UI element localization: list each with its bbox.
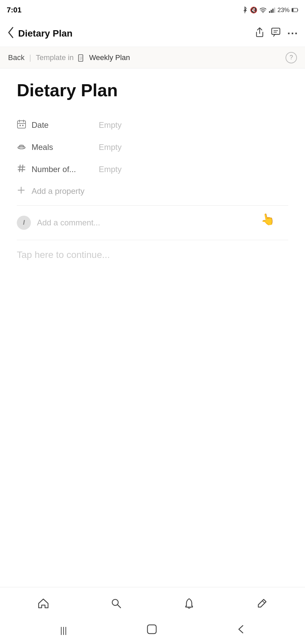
top-nav-bar: Dietary Plan ··· <box>0 20 305 47</box>
bluetooth-icon <box>242 6 248 14</box>
recents-button[interactable]: ||| <box>60 625 67 636</box>
share-icon[interactable] <box>255 27 264 40</box>
avatar-letter: I <box>23 219 25 226</box>
svg-line-33 <box>118 605 121 608</box>
svg-rect-5 <box>274 8 275 13</box>
properties-section: Date Empty Meals Empty <box>17 114 288 202</box>
help-button[interactable]: ? <box>286 52 297 63</box>
svg-rect-9 <box>272 28 280 35</box>
nav-actions: ··· <box>255 27 298 40</box>
page-nav-title: Dietary Plan <box>18 28 255 39</box>
edit-nav-button[interactable] <box>252 593 272 613</box>
breadcrumb-page-name[interactable]: Weekly Plan <box>89 53 130 62</box>
svg-rect-8 <box>292 8 294 11</box>
calendar-icon <box>17 119 32 131</box>
svg-rect-22 <box>22 125 24 126</box>
document-icon <box>76 53 87 62</box>
date-property-label: Date <box>32 120 99 130</box>
help-icon: ? <box>290 54 293 61</box>
battery-text: 23% <box>277 7 290 14</box>
property-row-date[interactable]: Date Empty <box>17 114 288 136</box>
hash-icon <box>17 164 32 175</box>
svg-rect-12 <box>79 55 83 61</box>
property-row-numberof[interactable]: Number of... Empty <box>17 158 288 180</box>
meals-property-label: Meals <box>32 143 99 152</box>
home-button[interactable] <box>147 624 157 637</box>
comment-input[interactable]: Add a comment... <box>37 218 100 227</box>
date-property-value: Empty <box>99 120 122 130</box>
page-title[interactable]: Dietary Plan <box>17 80 288 101</box>
svg-rect-17 <box>17 121 26 128</box>
bottom-nav-icons <box>0 587 305 620</box>
meals-property-value: Empty <box>99 143 122 152</box>
back-arrow-icon <box>7 26 15 41</box>
svg-rect-35 <box>147 625 156 634</box>
status-bar: 7:01 🔇 23% <box>0 0 305 20</box>
wifi-icon <box>259 7 267 13</box>
battery-icon <box>292 8 298 12</box>
svg-rect-4 <box>272 9 273 13</box>
comment-row[interactable]: I Add a comment... <box>17 208 288 237</box>
nav-back-button[interactable] <box>7 26 15 41</box>
breadcrumb-bar: Back | Template in Weekly Plan ? <box>0 47 305 68</box>
breadcrumb-template-in-label: Template in <box>36 53 74 62</box>
comment-divider <box>17 240 288 240</box>
status-time: 7:01 <box>7 6 21 14</box>
numberof-property-label: Number of... <box>32 165 99 174</box>
back-button[interactable] <box>237 624 245 637</box>
more-options-icon[interactable]: ··· <box>287 27 298 40</box>
status-icons: 🔇 23% <box>242 6 298 14</box>
svg-line-27 <box>22 165 23 172</box>
mute-icon: 🔇 <box>250 6 257 14</box>
bottom-nav: ||| <box>0 587 305 644</box>
add-property-row[interactable]: Add a property <box>17 180 288 202</box>
svg-rect-21 <box>19 125 21 126</box>
svg-rect-13 <box>79 55 83 61</box>
main-content: Dietary Plan Date Empty <box>0 68 305 429</box>
numberof-property-value: Empty <box>99 165 122 174</box>
system-nav: ||| <box>0 620 305 644</box>
properties-divider <box>17 205 288 206</box>
comment-avatar: I <box>17 216 31 230</box>
search-nav-button[interactable] <box>106 593 126 613</box>
signal-icon <box>269 7 275 13</box>
content-spacer <box>0 429 305 587</box>
add-property-icon <box>17 186 32 197</box>
svg-rect-2 <box>269 11 270 13</box>
svg-line-34 <box>262 601 265 603</box>
tap-continue-text: Tap here to continue... <box>17 250 110 260</box>
svg-rect-3 <box>271 10 272 13</box>
home-nav-button[interactable] <box>33 593 53 613</box>
meals-icon <box>17 142 32 153</box>
tap-continue-area[interactable]: Tap here to continue... <box>17 250 288 260</box>
svg-line-26 <box>19 165 20 172</box>
svg-rect-7 <box>298 9 298 11</box>
comment-icon[interactable] <box>271 28 280 39</box>
breadcrumb-divider: | <box>29 53 31 62</box>
breadcrumb-back-button[interactable]: Back <box>8 53 25 62</box>
svg-point-1 <box>263 12 264 13</box>
bell-nav-button[interactable] <box>179 593 199 613</box>
property-row-meals[interactable]: Meals Empty <box>17 136 288 158</box>
add-property-label: Add a property <box>32 186 84 196</box>
